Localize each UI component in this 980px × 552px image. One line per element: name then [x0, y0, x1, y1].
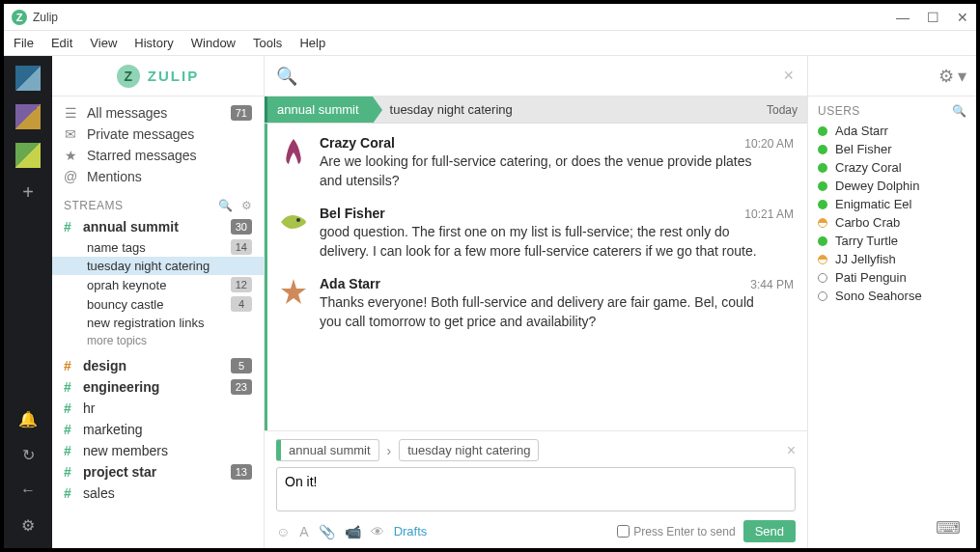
attach-icon[interactable]: 📎 [319, 524, 335, 539]
compose-stream-chip[interactable]: annual summit [276, 439, 379, 461]
streams-settings-icon[interactable]: ⚙ [241, 199, 253, 212]
user-item[interactable]: Sono Seahorse [808, 287, 976, 305]
nav-label: Private messages [87, 126, 252, 142]
hash-icon: # [64, 464, 75, 480]
search-users-icon[interactable]: 🔍 [952, 104, 967, 118]
message-row: Bel Fisher10:21 AMgood question. The fir… [267, 200, 807, 270]
org-switcher-item[interactable] [15, 143, 41, 168]
stream-label: annual summit [83, 219, 223, 235]
message-text: Thanks everyone! Both full-service and d… [320, 293, 764, 331]
user-item[interactable]: Dewey Dolphin [808, 177, 976, 195]
compose-textarea[interactable] [276, 467, 796, 511]
emoji-icon[interactable]: ☺ [276, 524, 290, 539]
press-enter-input[interactable] [617, 525, 630, 538]
app-logo-icon: Z [12, 10, 27, 25]
unread-badge: 71 [231, 105, 252, 121]
stream-item[interactable]: #engineering23 [52, 376, 264, 398]
menu-edit[interactable]: Edit [51, 36, 72, 50]
nav-starred[interactable]: ★ Starred messages [52, 145, 264, 166]
notifications-icon[interactable]: 🔔 [18, 410, 38, 428]
search-icon: 🔍 [276, 66, 297, 87]
message-text: Are we looking for full-service catering… [320, 152, 764, 190]
message-sender[interactable]: Bel Fisher [320, 206, 385, 221]
window-maximize-button[interactable]: ☐ [927, 10, 939, 25]
drafts-link[interactable]: Drafts [394, 524, 428, 538]
keyboard-shortcuts-icon[interactable]: ⌨ [936, 517, 961, 538]
nav-mentions[interactable]: @ Mentions [52, 166, 264, 187]
press-enter-checkbox[interactable]: Press Enter to send [617, 525, 735, 538]
chevron-right-icon: › [387, 443, 392, 458]
topic-item[interactable]: name tags14 [52, 237, 264, 257]
settings-gear-icon[interactable]: ⚙ [21, 516, 35, 535]
stream-item[interactable]: #sales [52, 483, 264, 504]
nav-private-messages[interactable]: ✉ Private messages [52, 124, 264, 145]
menu-tools[interactable]: Tools [253, 36, 282, 50]
zulip-logo-icon: Z [117, 65, 140, 88]
user-item[interactable]: Bel Fisher [808, 140, 976, 158]
breadcrumb-topic[interactable]: tuesday night catering [373, 102, 513, 117]
topic-item[interactable]: new registration links [52, 314, 264, 332]
user-item[interactable]: Ada Starr [808, 122, 976, 140]
user-item[interactable]: Tarry Turtle [808, 232, 976, 250]
breadcrumb-stream[interactable]: annual summit [265, 97, 373, 123]
unread-badge: 4 [231, 296, 252, 312]
window-minimize-button[interactable]: — [896, 10, 910, 25]
search-streams-icon[interactable]: 🔍 [218, 199, 234, 212]
send-button[interactable]: Send [743, 520, 796, 542]
topic-item[interactable]: tuesday night catering [52, 257, 264, 275]
message-time: 10:20 AM [744, 137, 794, 151]
stream-label: hr [83, 400, 252, 416]
avatar [277, 135, 310, 168]
message-sender[interactable]: Crazy Coral [320, 135, 395, 151]
press-enter-label: Press Enter to send [633, 525, 735, 538]
message-sender[interactable]: Ada Starr [320, 276, 380, 291]
unread-badge: 12 [231, 277, 252, 292]
user-item[interactable]: Carbo Crab [808, 213, 976, 232]
menu-file[interactable]: File [14, 36, 34, 50]
user-name: Dewey Dolphin [835, 179, 919, 193]
window-close-button[interactable]: ✕ [957, 10, 968, 25]
user-item[interactable]: Pati Penguin [808, 268, 976, 287]
topic-label: name tags [87, 240, 231, 255]
back-icon[interactable]: ← [20, 482, 36, 499]
stream-item[interactable]: #new members [52, 440, 264, 461]
stream-label: marketing [83, 422, 252, 437]
menu-window[interactable]: Window [191, 36, 236, 50]
menu-history[interactable]: History [134, 36, 173, 50]
user-item[interactable]: JJ Jellyfish [808, 250, 976, 268]
user-name: Sono Seahorse [835, 289, 922, 303]
stream-item[interactable]: #project star13 [52, 461, 264, 483]
user-item[interactable]: Enigmatic Eel [808, 195, 976, 213]
reload-icon[interactable]: ↻ [22, 446, 35, 464]
org-switcher-item[interactable] [15, 104, 41, 129]
search-bar[interactable]: 🔍 × [265, 56, 807, 97]
video-icon[interactable]: 📹 [345, 524, 361, 539]
stream-item[interactable]: #design5 [52, 355, 264, 376]
message-time: 3:44 PM [750, 278, 794, 291]
menu-view[interactable]: View [90, 36, 117, 50]
window-titlebar: Z Zulip — ☐ ✕ [4, 4, 976, 31]
stream-item[interactable]: #hr [52, 398, 264, 419]
topic-item[interactable]: oprah keynote12 [52, 275, 264, 294]
topic-item[interactable]: bouncy castle4 [52, 294, 264, 314]
stream-item[interactable]: #annual summit30 [52, 216, 264, 237]
org-switcher-item[interactable] [15, 66, 41, 91]
presence-dot-icon [818, 145, 827, 154]
chevron-down-icon[interactable]: ▾ [958, 66, 966, 87]
compose-topic-chip[interactable]: tuesday night catering [399, 439, 539, 461]
preview-icon[interactable]: 👁 [371, 524, 384, 539]
formatting-icon[interactable]: A [299, 524, 308, 539]
close-compose-icon[interactable]: × [787, 442, 796, 459]
add-org-button[interactable]: + [22, 181, 34, 204]
gear-icon[interactable]: ⚙ [938, 66, 954, 87]
topic-label: oprah keynote [87, 278, 231, 292]
unread-badge: 5 [231, 358, 252, 373]
user-item[interactable]: Crazy Coral [808, 158, 976, 177]
more-topics-link[interactable]: more topics [52, 332, 264, 355]
stream-item[interactable]: #marketing [52, 419, 264, 440]
nav-label: Starred messages [87, 148, 252, 163]
clear-search-icon[interactable]: × [783, 66, 794, 86]
menu-help[interactable]: Help [299, 36, 325, 50]
nav-all-messages[interactable]: ☰ All messages 71 [52, 102, 264, 124]
user-name: Pati Penguin [835, 270, 907, 285]
